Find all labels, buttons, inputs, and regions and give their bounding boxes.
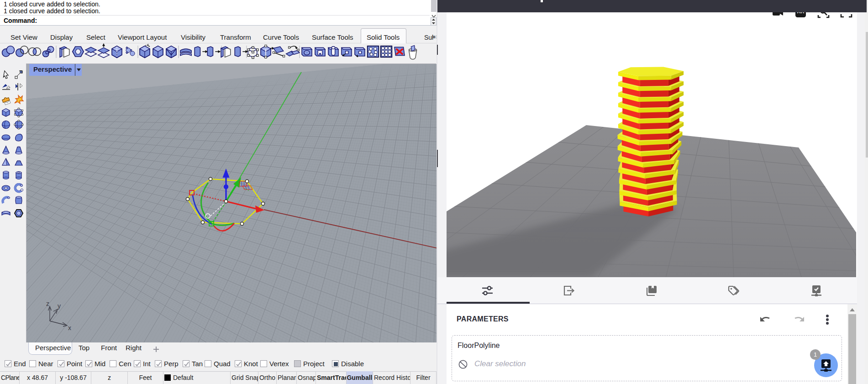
svg-text:z: z bbox=[46, 300, 49, 307]
svg-text:x: x bbox=[68, 324, 71, 331]
svg-text:y: y bbox=[58, 302, 61, 310]
